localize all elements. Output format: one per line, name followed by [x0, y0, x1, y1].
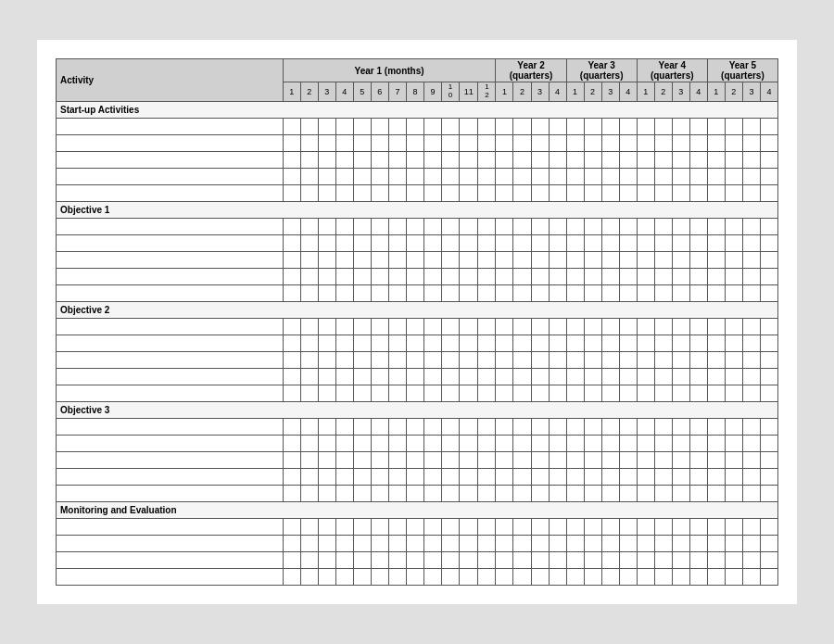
table-row: [57, 568, 778, 585]
data-cell: [496, 551, 513, 568]
data-cell: [531, 551, 549, 568]
data-cell: [584, 368, 601, 385]
data-cell: [406, 234, 423, 251]
data-cell: [725, 568, 742, 585]
data-cell: [584, 535, 601, 551]
activity-cell: [57, 368, 284, 385]
activity-cell: [57, 551, 284, 568]
data-cell: [689, 385, 707, 401]
data-cell: [353, 351, 371, 368]
data-cell: [689, 351, 707, 368]
data-cell: [406, 435, 423, 451]
data-cell: [654, 268, 672, 284]
data-cell: [318, 518, 335, 535]
data-cell: [478, 251, 496, 268]
data-cell: [283, 451, 300, 468]
data-cell: [566, 418, 584, 435]
data-cell: [742, 368, 760, 385]
data-cell: [672, 318, 689, 335]
data-cell: [423, 535, 441, 551]
data-cell: [601, 234, 619, 251]
data-cell: [283, 234, 300, 251]
table-row: [57, 268, 778, 284]
data-cell: [672, 268, 689, 284]
data-cell: [335, 268, 353, 284]
data-cell: [496, 485, 513, 501]
data-cell: [672, 335, 689, 351]
data-cell: [707, 418, 725, 435]
data-cell: [353, 234, 371, 251]
data-cell: [388, 168, 406, 184]
data-cell: [619, 435, 637, 451]
data-cell: [654, 485, 672, 501]
data-cell: [566, 134, 584, 151]
data-cell: [300, 134, 318, 151]
data-cell: [531, 251, 549, 268]
y2-q4: 4: [549, 82, 566, 102]
gantt-table: Activity Year 1 (months) Year 2 (quarter…: [56, 58, 778, 586]
data-cell: [672, 368, 689, 385]
data-cell: [637, 168, 654, 184]
data-cell: [388, 318, 406, 335]
data-cell: [760, 568, 777, 585]
data-cell: [584, 184, 601, 201]
data-cell: [371, 485, 388, 501]
year2-header: Year 2 (quarters): [496, 59, 566, 82]
data-cell: [388, 184, 406, 201]
y3-q2: 2: [584, 82, 601, 102]
data-cell: [478, 551, 496, 568]
data-cell: [441, 118, 459, 134]
data-cell: [406, 351, 423, 368]
data-cell: [460, 418, 478, 435]
activity-cell: [57, 118, 284, 134]
data-cell: [760, 385, 777, 401]
data-cell: [742, 168, 760, 184]
data-cell: [300, 151, 318, 168]
data-cell: [388, 385, 406, 401]
activity-cell: [57, 251, 284, 268]
data-cell: [496, 518, 513, 535]
data-cell: [584, 251, 601, 268]
data-cell: [760, 351, 777, 368]
data-cell: [318, 335, 335, 351]
data-cell: [742, 385, 760, 401]
data-cell: [441, 568, 459, 585]
data-cell: [742, 435, 760, 451]
data-cell: [637, 418, 654, 435]
data-cell: [318, 318, 335, 335]
data-cell: [619, 418, 637, 435]
data-cell: [460, 318, 478, 335]
data-cell: [566, 318, 584, 335]
data-cell: [584, 134, 601, 151]
data-cell: [707, 118, 725, 134]
data-cell: [283, 118, 300, 134]
data-cell: [423, 468, 441, 485]
data-cell: [283, 535, 300, 551]
data-cell: [689, 451, 707, 468]
data-cell: [318, 568, 335, 585]
data-cell: [619, 451, 637, 468]
data-cell: [619, 251, 637, 268]
data-cell: [760, 134, 777, 151]
data-cell: [566, 568, 584, 585]
data-cell: [566, 234, 584, 251]
data-cell: [531, 134, 549, 151]
data-cell: [531, 568, 549, 585]
data-cell: [725, 218, 742, 234]
data-cell: [549, 451, 566, 468]
data-cell: [478, 435, 496, 451]
data-cell: [566, 385, 584, 401]
activity-cell: [57, 568, 284, 585]
data-cell: [496, 268, 513, 284]
data-cell: [742, 535, 760, 551]
data-cell: [283, 184, 300, 201]
data-cell: [478, 368, 496, 385]
section-4-label: Monitoring and Evaluation: [57, 501, 778, 518]
data-cell: [654, 551, 672, 568]
data-cell: [423, 351, 441, 368]
data-cell: [531, 368, 549, 385]
data-cell: [760, 268, 777, 284]
data-cell: [725, 134, 742, 151]
data-cell: [371, 218, 388, 234]
data-cell: [353, 118, 371, 134]
